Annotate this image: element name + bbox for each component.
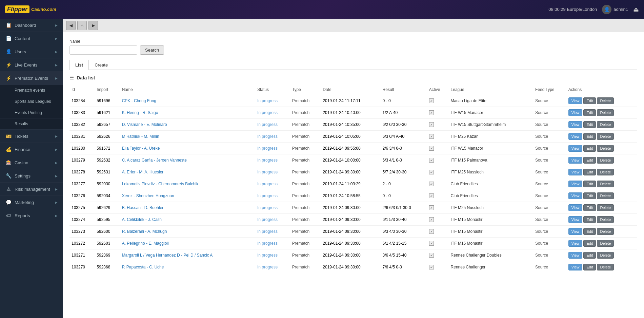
view-button[interactable]: View xyxy=(568,145,583,152)
edit-button[interactable]: Edit xyxy=(583,192,596,199)
name-link[interactable]: Lokomotiv Plovdiv - Chernomorets Balchik xyxy=(122,182,198,186)
view-button[interactable]: View xyxy=(568,216,583,223)
view-button[interactable]: View xyxy=(568,264,583,270)
delete-button[interactable]: Delete xyxy=(597,264,614,270)
cell-name[interactable]: Ella Taylor - A. Ureke xyxy=(120,143,255,154)
cell-name[interactable]: K. Hering - R. Saigo xyxy=(120,107,255,119)
delete-button[interactable]: Delete xyxy=(597,145,614,152)
cell-name[interactable]: Lokomotiv Plovdiv - Chernomorets Balchik xyxy=(120,178,255,190)
cell-name[interactable]: A. Erler - M. A. Huesler xyxy=(120,166,255,178)
active-checkbox[interactable]: ✓ xyxy=(429,134,434,139)
delete-button[interactable]: Delete xyxy=(597,192,614,199)
delete-button[interactable]: Delete xyxy=(597,240,614,247)
tab-list[interactable]: List xyxy=(69,60,89,70)
name-link[interactable]: P. Papacosta - C. Uche xyxy=(122,265,164,269)
edit-button[interactable]: Edit xyxy=(583,204,596,211)
sidebar-item-reports[interactable]: 🏷 Reports ▶ xyxy=(0,209,63,222)
sidebar-item-casino[interactable]: 🎰 Casino ▶ xyxy=(0,156,63,169)
edit-button[interactable]: Edit xyxy=(583,157,596,164)
edit-button[interactable]: Edit xyxy=(583,109,596,116)
delete-button[interactable]: Delete xyxy=(597,252,614,259)
active-checkbox[interactable]: ✓ xyxy=(429,170,434,174)
delete-button[interactable]: Delete xyxy=(597,181,614,187)
name-link[interactable]: M Ratniuk - M. Minin xyxy=(122,134,159,139)
home-button[interactable]: ⌂ xyxy=(77,21,87,30)
cell-name[interactable]: Margaroli L / Vega Hernandez D - Pel D /… xyxy=(120,249,255,261)
sidebar-item-users[interactable]: 👤 Users ▶ xyxy=(0,45,63,58)
sidebar-sub-item-prematch-events[interactable]: Prematch events xyxy=(0,85,63,96)
edit-button[interactable]: Edit xyxy=(583,264,596,270)
view-button[interactable]: View xyxy=(568,157,583,164)
active-checkbox[interactable]: ✓ xyxy=(429,265,434,269)
active-checkbox[interactable]: ✓ xyxy=(429,241,434,246)
sidebar-item-settings[interactable]: 🔧 Settings ▶ xyxy=(0,169,63,183)
active-checkbox[interactable]: ✓ xyxy=(429,205,434,210)
sidebar-item-prematch-events[interactable]: ⚡ Prematch Events ▶ xyxy=(0,72,63,85)
active-checkbox[interactable]: ✓ xyxy=(429,217,434,222)
cell-name[interactable]: P. Papacosta - C. Uche xyxy=(120,261,255,273)
active-checkbox[interactable]: ✓ xyxy=(429,122,434,127)
sidebar-item-risk-management[interactable]: ⚠ Risk management ▶ xyxy=(0,183,63,196)
search-button[interactable]: Search xyxy=(140,45,164,55)
active-checkbox[interactable]: ✓ xyxy=(429,229,434,234)
sidebar-item-tickets[interactable]: 🎫 Tickets ▶ xyxy=(0,130,63,143)
name-link[interactable]: B. Hassan - D. Boehler xyxy=(122,205,164,210)
active-checkbox[interactable]: ✓ xyxy=(429,193,434,198)
search-input[interactable] xyxy=(69,45,137,55)
view-button[interactable]: View xyxy=(568,252,583,259)
edit-button[interactable]: Edit xyxy=(583,240,596,247)
active-checkbox[interactable]: ✓ xyxy=(429,182,434,186)
back-button[interactable]: ◀ xyxy=(66,21,76,30)
edit-button[interactable]: Edit xyxy=(583,216,596,223)
sidebar-sub-item-events-printing[interactable]: Events Printing xyxy=(0,107,63,118)
delete-button[interactable]: Delete xyxy=(597,157,614,164)
view-button[interactable]: View xyxy=(568,181,583,187)
cell-name[interactable]: A. Celikbilek - J. Cash xyxy=(120,214,255,226)
view-button[interactable]: View xyxy=(568,192,583,199)
active-checkbox[interactable]: ✓ xyxy=(429,146,434,151)
cell-name[interactable]: D. Vismane - E. Molinaro xyxy=(120,119,255,131)
sidebar-item-marketing[interactable]: 💬 Marketing ▶ xyxy=(0,196,63,209)
name-link[interactable]: Ella Taylor - A. Ureke xyxy=(122,146,160,151)
delete-button[interactable]: Delete xyxy=(597,133,614,140)
delete-button[interactable]: Delete xyxy=(597,121,614,128)
active-checkbox[interactable]: ✓ xyxy=(429,98,434,103)
cell-name[interactable]: CPK - Cheng Fung xyxy=(120,95,255,107)
active-checkbox[interactable]: ✓ xyxy=(429,253,434,258)
active-checkbox[interactable]: ✓ xyxy=(429,158,434,163)
cell-name[interactable]: C. Alcaraz Garfia - Jeroen Vanneste xyxy=(120,154,255,166)
delete-button[interactable]: Delete xyxy=(597,204,614,211)
cell-name[interactable]: M Ratniuk - M. Minin xyxy=(120,131,255,143)
name-link[interactable]: A. Celikbilek - J. Cash xyxy=(122,217,162,222)
sidebar-item-dashboard[interactable]: 📋 Dashboard ▶ xyxy=(0,19,63,32)
edit-button[interactable]: Edit xyxy=(583,133,596,140)
view-button[interactable]: View xyxy=(568,240,583,247)
name-link[interactable]: D. Vismane - E. Molinaro xyxy=(122,122,167,127)
view-button[interactable]: View xyxy=(568,133,583,140)
sidebar-sub-item-sports-and-leagues[interactable]: Sports and Leagues xyxy=(0,96,63,107)
edit-button[interactable]: Edit xyxy=(583,252,596,259)
cell-name[interactable]: R. Balzerani - A. Mchugh xyxy=(120,226,255,238)
name-link[interactable]: R. Balzerani - A. Mchugh xyxy=(122,229,167,234)
forward-button[interactable]: ▶ xyxy=(88,21,98,30)
delete-button[interactable]: Delete xyxy=(597,228,614,235)
edit-button[interactable]: Edit xyxy=(583,121,596,128)
cell-name[interactable]: A. Pellegrino - E. Maggioli xyxy=(120,238,255,249)
view-button[interactable]: View xyxy=(568,121,583,128)
delete-button[interactable]: Delete xyxy=(597,109,614,116)
sidebar-item-content[interactable]: 📄 Content ▶ xyxy=(0,32,63,45)
view-button[interactable]: View xyxy=(568,204,583,211)
sidebar-sub-item-results[interactable]: Results xyxy=(0,118,63,130)
edit-button[interactable]: Edit xyxy=(583,169,596,175)
delete-button[interactable]: Delete xyxy=(597,169,614,175)
view-button[interactable]: View xyxy=(568,109,583,116)
name-link[interactable]: A. Erler - M. A. Huesler xyxy=(122,170,164,174)
delete-button[interactable]: Delete xyxy=(597,97,614,104)
sidebar-item-live-events[interactable]: ⚡ Live Events ▶ xyxy=(0,58,63,72)
edit-button[interactable]: Edit xyxy=(583,228,596,235)
edit-button[interactable]: Edit xyxy=(583,145,596,152)
edit-button[interactable]: Edit xyxy=(583,97,596,104)
name-link[interactable]: A. Pellegrino - E. Maggioli xyxy=(122,241,169,246)
name-link[interactable]: C. Alcaraz Garfia - Jeroen Vanneste xyxy=(122,158,187,163)
name-link[interactable]: Xerez - Shenzhen Hongzuan xyxy=(122,193,174,198)
